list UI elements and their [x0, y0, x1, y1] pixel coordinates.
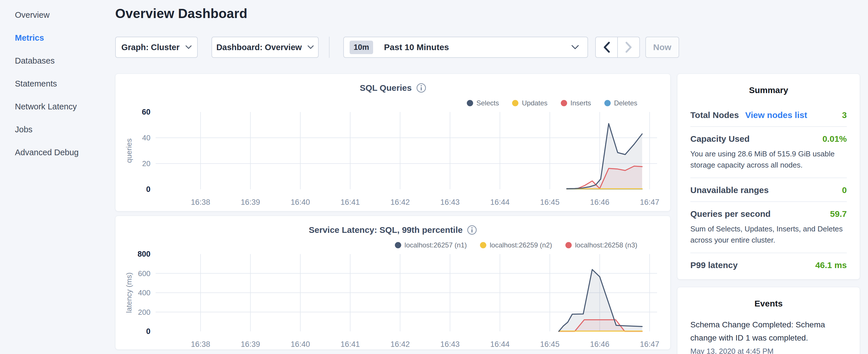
x-axis-tick: 16:46	[590, 340, 610, 349]
y-axis-tick: 0	[146, 327, 150, 336]
now-button[interactable]: Now	[645, 37, 679, 58]
summary-row-description: You are using 28.6 MiB of 515.9 GiB usab…	[690, 148, 847, 178]
summary-row-total-nodes: Total NodesView nodes list3	[690, 103, 847, 126]
x-axis-tick: 16:41	[340, 198, 360, 206]
legend-item-localhost-26258-n3: localhost:26258 (n3)	[565, 241, 637, 249]
chevron-down-icon	[308, 45, 314, 49]
events-title: Events	[690, 287, 847, 309]
x-axis-tick: 16:42	[390, 340, 410, 349]
info-icon[interactable]	[416, 83, 426, 93]
summary-row-label: Total Nodes	[690, 110, 739, 120]
x-axis-tick: 16:46	[590, 198, 610, 206]
sidebar-item-network-latency[interactable]: Network Latency	[0, 95, 115, 118]
summary-row-queries-per-second: Queries per second59.7	[690, 202, 847, 225]
x-axis-tick: 16:47	[640, 340, 659, 349]
summary-row-capacity-used: Capacity Used0.01%	[690, 127, 847, 150]
x-axis-tick: 16:42	[390, 198, 410, 206]
x-axis-tick: 16:38	[191, 340, 210, 349]
x-axis-tick: 16:39	[241, 198, 260, 206]
x-axis-tick: 16:47	[640, 198, 659, 206]
summary-row-label: Unavailable ranges	[690, 185, 769, 195]
dashboard-dropdown-label: Dashboard: Overview	[216, 43, 302, 52]
chevron-right-icon	[625, 41, 632, 53]
y-axis-tick: 600	[138, 269, 150, 278]
x-axis-tick: 16:41	[340, 340, 360, 349]
next-time-window-button[interactable]	[618, 37, 639, 57]
x-axis-tick: 16:44	[490, 340, 510, 349]
service-latency-chart-title: Service Latency: SQL, 99th percentile	[309, 225, 463, 235]
y-axis-tick: 200	[138, 308, 150, 317]
sidebar-item-overview[interactable]: Overview	[0, 3, 115, 26]
legend-label: localhost:26258 (n3)	[575, 241, 637, 249]
legend-label: localhost:26259 (n2)	[490, 241, 552, 249]
time-range-selector[interactable]: 10m Past 10 Minutes	[343, 37, 588, 58]
x-axis-tick: 16:40	[290, 198, 310, 206]
y-axis-tick: 60	[142, 109, 150, 116]
legend-dot	[395, 242, 401, 248]
summary-row-p99-latency: P99 latency46.1 ms	[690, 253, 847, 277]
legend-item-localhost-26257-n1: localhost:26257 (n1)	[395, 241, 467, 249]
time-range-badge: 10m	[350, 41, 373, 54]
chevron-left-icon	[603, 41, 610, 53]
x-axis-tick: 16:38	[191, 198, 210, 206]
legend-dot	[604, 100, 611, 106]
y-axis-tick: 0	[146, 185, 150, 194]
y-axis-label: queries	[125, 138, 133, 163]
sql-queries-legend: SelectsUpdatesInsertsDeletes	[467, 99, 638, 107]
view-nodes-list-link[interactable]: View nodes list	[745, 110, 807, 120]
sql-queries-chart-title: SQL Queries	[360, 83, 411, 93]
graph-dropdown-label: Graph: Cluster	[121, 43, 179, 52]
x-axis-tick: 16:43	[440, 340, 460, 349]
legend-label: localhost:26257 (n1)	[405, 241, 467, 249]
info-icon[interactable]	[467, 225, 477, 235]
events-list: Schema Change Completed: Schema change w…	[690, 318, 847, 354]
summary-row-description: Sum of Selects, Updates, Inserts, and De…	[690, 223, 847, 253]
x-axis-tick: 16:39	[241, 340, 260, 349]
toolbar-divider	[329, 37, 330, 58]
service-latency-legend: localhost:26257 (n1)localhost:26259 (n2)…	[395, 241, 637, 249]
y-axis-tick: 40	[142, 133, 150, 142]
dashboard-dropdown[interactable]: Dashboard: Overview	[212, 37, 319, 58]
chevron-down-icon	[571, 45, 579, 50]
legend-dot	[480, 242, 486, 248]
legend-item-updates: Updates	[512, 99, 547, 107]
summary-row-unavailable-ranges: Unavailable ranges0	[690, 178, 847, 201]
x-axis-tick: 16:40	[290, 340, 310, 349]
toolbar: Graph: Cluster Dashboard: Overview 10m P…	[0, 37, 868, 58]
legend-item-localhost-26259-n2: localhost:26259 (n2)	[480, 241, 552, 249]
legend-item-deletes: Deletes	[604, 99, 637, 107]
legend-label: Updates	[522, 99, 547, 107]
service-latency-chart-card: Service Latency: SQL, 99th percentile lo…	[115, 216, 671, 350]
legend-dot	[561, 100, 567, 106]
summary-row-value: 46.1 ms	[815, 260, 847, 270]
graph-dropdown[interactable]: Graph: Cluster	[115, 37, 198, 58]
y-axis-label: latency (ms)	[125, 272, 133, 313]
x-axis-tick: 16:45	[540, 198, 560, 206]
time-range-label: Past 10 Minutes	[384, 42, 571, 52]
summary-row-label: Capacity Used	[690, 134, 750, 144]
legend-item-selects: Selects	[467, 99, 499, 107]
legend-dot	[565, 242, 572, 248]
previous-time-window-button[interactable]	[596, 37, 618, 57]
summary-title: Summary	[690, 74, 847, 95]
sidebar-item-jobs[interactable]: Jobs	[0, 118, 115, 141]
sidebar-item-advanced-debug[interactable]: Advanced Debug	[0, 141, 115, 164]
sql-queries-chart-card: SQL Queries SelectsUpdatesInsertsDeletes…	[115, 74, 671, 212]
y-axis-tick: 20	[142, 159, 150, 168]
y-axis-tick: 800	[137, 251, 150, 258]
events-panel: Events Schema Change Completed: Schema c…	[677, 287, 860, 354]
summary-row-label: Queries per second	[690, 209, 771, 219]
legend-item-inserts: Inserts	[561, 99, 591, 107]
summary-panel: Summary Total NodesView nodes list3Capac…	[677, 74, 860, 280]
legend-label: Inserts	[570, 99, 591, 107]
sidebar-nav: OverviewMetricsDatabasesStatementsNetwor…	[0, 3, 115, 164]
legend-label: Selects	[476, 99, 499, 107]
event-message[interactable]: Schema Change Completed: Schema change w…	[690, 318, 847, 345]
x-axis-tick: 16:45	[540, 340, 560, 349]
page-title: Overview Dashboard	[115, 6, 247, 21]
legend-dot	[467, 100, 473, 106]
sidebar-item-statements[interactable]: Statements	[0, 72, 115, 95]
x-axis-tick: 16:44	[490, 198, 510, 206]
legend-label: Deletes	[614, 99, 637, 107]
service-latency-chart: 16:3816:3916:4016:4116:4216:4316:4416:45…	[121, 251, 665, 351]
